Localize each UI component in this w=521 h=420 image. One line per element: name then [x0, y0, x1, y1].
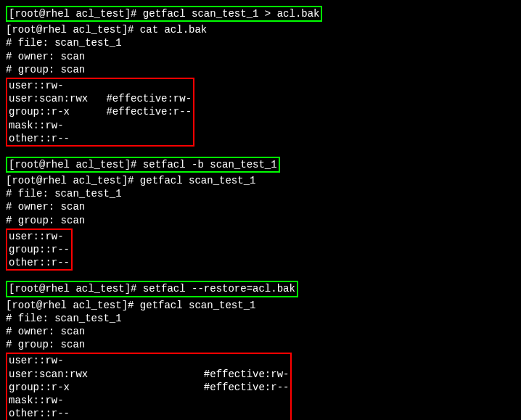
- acl-entry: group::r-x #effective:r--: [9, 381, 289, 394]
- acl-entry: user::rw-: [9, 79, 192, 92]
- output-line: # owner: scan: [6, 200, 521, 213]
- acl-entry: user::rw-: [9, 354, 289, 367]
- acl-entry: user:scan:rwx #effective:rw-: [9, 368, 289, 381]
- prompt: [root@rhel acl_test]#: [9, 8, 143, 20]
- terminal-section-1: [root@rhel acl_test]# getfacl scan_test_…: [6, 6, 521, 149]
- output-line: # group: scan: [6, 214, 521, 227]
- highlighted-command-3: [root@rhel acl_test]# setfacl --restore=…: [6, 281, 298, 297]
- output-line: # owner: scan: [6, 325, 521, 338]
- acl-entry: other::r--: [9, 256, 70, 269]
- terminal-line: [root@rhel acl_test]# getfacl scan_test_…: [6, 299, 521, 312]
- terminal-section-2: [root@rhel acl_test]# setfacl -b scan_te…: [6, 157, 521, 274]
- output-line: # file: scan_test_1: [6, 187, 521, 200]
- highlighted-output-1: user::rw- user:scan:rwx #effective:rw- g…: [6, 78, 194, 147]
- highlighted-command-2: [root@rhel acl_test]# setfacl -b scan_te…: [6, 157, 280, 173]
- highlighted-output-3: user::rw- user:scan:rwx #effective:rw- g…: [6, 353, 292, 420]
- acl-entry: other::r--: [9, 132, 192, 145]
- acl-entry: other::r--: [9, 407, 289, 420]
- command-text: getfacl scan_test_1 > acl.bak: [143, 8, 320, 20]
- acl-entry: mask::rw-: [9, 394, 289, 407]
- terminal-line: [root@rhel acl_test]# cat acl.bak: [6, 23, 521, 36]
- terminal-section-3: [root@rhel acl_test]# setfacl --restore=…: [6, 281, 521, 420]
- acl-entry: group::r-x #effective:r--: [9, 105, 192, 118]
- prompt: [root@rhel acl_test]#: [9, 283, 143, 295]
- acl-entry: user:scan:rwx #effective:rw-: [9, 92, 192, 105]
- acl-entry: group::r--: [9, 243, 70, 256]
- acl-entry: user::rw-: [9, 230, 70, 243]
- command-text: setfacl --restore=acl.bak: [143, 283, 295, 295]
- highlighted-output-2: user::rw- group::r-- other::r--: [6, 228, 73, 271]
- output-line: # file: scan_test_1: [6, 36, 521, 49]
- output-line: # group: scan: [6, 338, 521, 351]
- output-line: # file: scan_test_1: [6, 312, 521, 325]
- command-text: setfacl -b scan_test_1: [143, 159, 277, 170]
- output-line: # owner: scan: [6, 50, 521, 63]
- highlighted-command-1: [root@rhel acl_test]# getfacl scan_test_…: [6, 6, 322, 22]
- terminal-line: [root@rhel acl_test]# getfacl scan_test_…: [6, 174, 521, 187]
- output-line: # group: scan: [6, 63, 521, 76]
- prompt: [root@rhel acl_test]#: [9, 159, 143, 170]
- acl-entry: mask::rw-: [9, 119, 192, 132]
